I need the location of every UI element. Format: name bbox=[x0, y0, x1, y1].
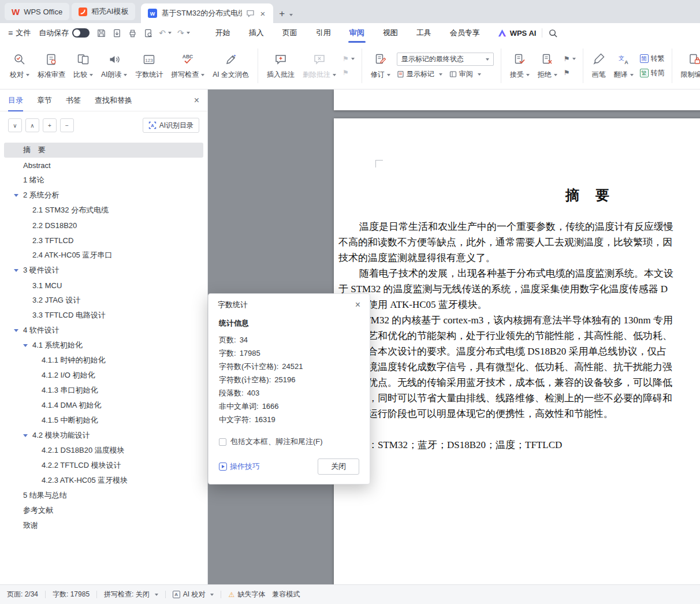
dialog-title-bar[interactable]: 字数统计 × bbox=[208, 294, 370, 316]
delete-comment-button[interactable]: 删除批注 bbox=[299, 49, 340, 83]
toc-item[interactable]: 4.2.3 ATK-HC05 蓝牙模块 bbox=[4, 473, 203, 488]
page-2[interactable]: 摘 要 温度是日常生活和农业生产中的一个重要参数，传统的温度计有反应缓慢不高的和… bbox=[334, 118, 700, 584]
toc-item[interactable]: 5 结果与总结 bbox=[4, 488, 203, 503]
document-text-line[interactable]: 能将环境温度转化成数字信号，具有微型化、低功耗、高性能、抗干扰能力强 bbox=[334, 359, 700, 375]
autosave-toggle[interactable] bbox=[72, 28, 90, 38]
sidebar-close-icon[interactable]: × bbox=[194, 95, 199, 106]
comment-bubble-icon[interactable] bbox=[246, 9, 255, 18]
document-text-line[interactable]: 工程量，同时可以节省大量由排线、线路维修、检测上的一些不必要的障碍和 bbox=[334, 390, 700, 406]
paragraph-drag-handle-icon[interactable] bbox=[364, 237, 370, 247]
word-count-button[interactable]: 123 字数统计 bbox=[131, 49, 167, 83]
toc-item[interactable]: 3.2 JTAG 设计 bbox=[4, 293, 203, 308]
menu-tab[interactable]: 工具 bbox=[407, 23, 441, 43]
sidebar-tab[interactable]: 目录 bbox=[8, 90, 23, 111]
sidebar-tab[interactable]: 查找和替换 bbox=[95, 90, 132, 111]
menu-tab[interactable]: 页面 bbox=[273, 23, 307, 43]
toc-item[interactable]: 3.3 TFTLCD 电路设计 bbox=[4, 308, 203, 323]
toc-item[interactable]: 摘 要 bbox=[4, 143, 203, 158]
toc-item[interactable]: 4.2 模块功能设计 bbox=[4, 428, 203, 443]
toc-item[interactable]: 2.1 STM32 分布式电缆 bbox=[4, 203, 203, 218]
accept-change-button[interactable]: 接受 bbox=[506, 49, 534, 83]
compare-button[interactable]: 比较 bbox=[69, 49, 97, 83]
track-changes-button[interactable]: 修订 bbox=[367, 49, 394, 83]
compatibility-mode-indicator[interactable]: 兼容模式 bbox=[272, 590, 300, 599]
document-text-line[interactable]: 势正符合本次设计的要求。温度分布式电缆 DS18B20 采用单总线协议，仅占 bbox=[334, 344, 700, 359]
restrict-editing-button[interactable]: 限制编辑 bbox=[677, 49, 700, 83]
toc-item[interactable]: 3 硬件设计 bbox=[4, 263, 203, 278]
review-options-button[interactable]: 审阅 bbox=[449, 69, 481, 79]
translate-button[interactable]: 文A 翻译 bbox=[610, 49, 638, 83]
toc-expander-icon[interactable] bbox=[14, 269, 23, 272]
print-preview-button[interactable] bbox=[143, 28, 153, 38]
sidebar-tab[interactable]: 章节 bbox=[37, 90, 52, 111]
toc-expander-icon[interactable] bbox=[14, 329, 23, 332]
toc-expander-icon[interactable] bbox=[23, 434, 32, 437]
ai-proofread-status[interactable]: A AI 校对 bbox=[173, 590, 214, 599]
sidebar-tab[interactable]: 书签 bbox=[66, 90, 81, 111]
toc-item[interactable]: 4.1.3 串口初始化 bbox=[4, 383, 203, 398]
search-button[interactable] bbox=[548, 28, 558, 38]
tab-close-icon[interactable]: × bbox=[259, 9, 266, 18]
spell-check-status[interactable]: 拼写检查: 关闭 bbox=[104, 590, 158, 599]
toc-item[interactable]: 2.3 TFTLCD bbox=[4, 233, 203, 248]
toc-item[interactable]: 3.1 MCU bbox=[4, 278, 203, 293]
word-count-indicator[interactable]: 字数: 17985 bbox=[53, 590, 90, 599]
zoom-in-toc-button[interactable]: + bbox=[43, 118, 57, 132]
toc-item[interactable]: Abstract bbox=[4, 158, 203, 173]
tab-list-caret-icon[interactable] bbox=[289, 14, 293, 16]
simplified-to-traditional-button[interactable]: 简 转繁 bbox=[640, 54, 665, 64]
dialog-close-icon[interactable]: × bbox=[355, 300, 360, 310]
toc-item[interactable]: 4.1.4 DMA 初始化 bbox=[4, 398, 203, 413]
menu-tab[interactable]: 插入 bbox=[240, 23, 273, 43]
document-text-line[interactable]: STM32 的内核基于 cortex-m3，该内核拥有意法半导体独有的 130n… bbox=[334, 312, 700, 328]
include-footnotes-checkbox[interactable]: 包括文本框、脚注和尾注(F) bbox=[219, 437, 359, 447]
missing-font-warning[interactable]: ⚠ 缺失字体 bbox=[228, 590, 265, 599]
tab-wps-office[interactable]: W WPS Office bbox=[5, 3, 69, 20]
tab-document[interactable]: W 基于STM32的分布式电缆温 × bbox=[141, 3, 273, 23]
print-button[interactable] bbox=[128, 28, 137, 38]
proofread-button[interactable]: 校对 bbox=[6, 49, 33, 83]
next-change-flag-button[interactable]: ⚑ bbox=[564, 69, 576, 76]
document-text-line[interactable]: 技术的温度监测就显得很有意义了。 bbox=[334, 250, 700, 266]
traditional-to-simplified-button[interactable]: 繁 转简 bbox=[640, 68, 665, 78]
toc-item[interactable]: 4 软件设计 bbox=[4, 323, 203, 338]
toc-item[interactable]: 4.1.5 中断初始化 bbox=[4, 413, 203, 428]
toc-item[interactable]: 4.2.1 DS18B20 温度模块 bbox=[4, 443, 203, 458]
expand-all-button[interactable]: ∨ bbox=[8, 118, 22, 132]
toc-item[interactable]: 4.1.1 时钟的初始化 bbox=[4, 353, 203, 368]
toc-item[interactable]: 2.2 DS18B20 bbox=[4, 218, 203, 233]
export-button[interactable] bbox=[112, 28, 122, 38]
toc-item[interactable]: 2 系统分析 bbox=[4, 188, 203, 203]
document-text-line[interactable]: 随着电子技术的发展，出现各种基于分布式电缆的温度监测系统。本文设 bbox=[334, 266, 700, 281]
document-text-line[interactable]: 理器等优点。无线的传输采用蓝牙技术，成本低，兼容的设备较多，可以降低 bbox=[334, 375, 700, 390]
toc-item[interactable]: 2.4 ATK-HC05 蓝牙串口 bbox=[4, 248, 203, 263]
toc-item[interactable]: 致谢 bbox=[4, 518, 203, 533]
document-heading[interactable]: 摘 要 bbox=[334, 187, 700, 204]
toc-expander-icon[interactable] bbox=[14, 194, 23, 197]
menu-tab[interactable]: 视图 bbox=[374, 23, 407, 43]
previous-change-flag-button[interactable]: ⚑ bbox=[564, 55, 576, 62]
page-indicator[interactable]: 页面: 2/34 bbox=[7, 590, 38, 599]
collapse-all-button[interactable]: ∧ bbox=[25, 118, 39, 132]
ink-brush-button[interactable]: 画笔 bbox=[588, 49, 610, 83]
ai-polish-button[interactable]: AI 全文润色 bbox=[208, 49, 253, 83]
new-tab-button[interactable]: + bbox=[279, 9, 285, 18]
standard-review-button[interactable]: 标准审查 bbox=[33, 49, 69, 83]
operation-tips-link[interactable]: 操作技巧 bbox=[219, 461, 260, 472]
reject-change-button[interactable]: 拒绝 bbox=[534, 49, 561, 83]
document-text-line[interactable]: 线传输使用 ATK-HC05 蓝牙模块。 bbox=[334, 297, 700, 312]
checkbox-icon[interactable] bbox=[219, 438, 226, 446]
toc-item[interactable]: 4.2.2 TFTLCD 模块设计 bbox=[4, 458, 203, 473]
dialog-close-button[interactable]: 关闭 bbox=[318, 458, 359, 475]
wps-ai-button[interactable]: WPS AI bbox=[497, 28, 537, 38]
document-text-line[interactable]: 不高的和读数不方便等缺点，此外，通常需要人工去观测温度，比较繁琐，因 bbox=[334, 234, 700, 250]
save-button[interactable] bbox=[96, 28, 106, 38]
markup-state-dropdown[interactable]: 显示标记的最终状态 bbox=[397, 53, 494, 66]
ai-recognize-toc-button[interactable]: A AI识别目录 bbox=[143, 118, 199, 133]
toc-item[interactable]: 4.1.2 I/O 初始化 bbox=[4, 368, 203, 383]
document-text-line[interactable]: 在实时运行阶段也可以明显体现它的便携性，高效性和节能性。 bbox=[334, 406, 700, 422]
insert-comment-button[interactable]: 插入批注 bbox=[263, 49, 299, 83]
tab-docer-templates[interactable]: 稻壳AI模板 bbox=[72, 3, 135, 20]
redo-button[interactable]: ↷ bbox=[177, 28, 190, 38]
menu-tab[interactable]: 引用 bbox=[307, 23, 340, 43]
